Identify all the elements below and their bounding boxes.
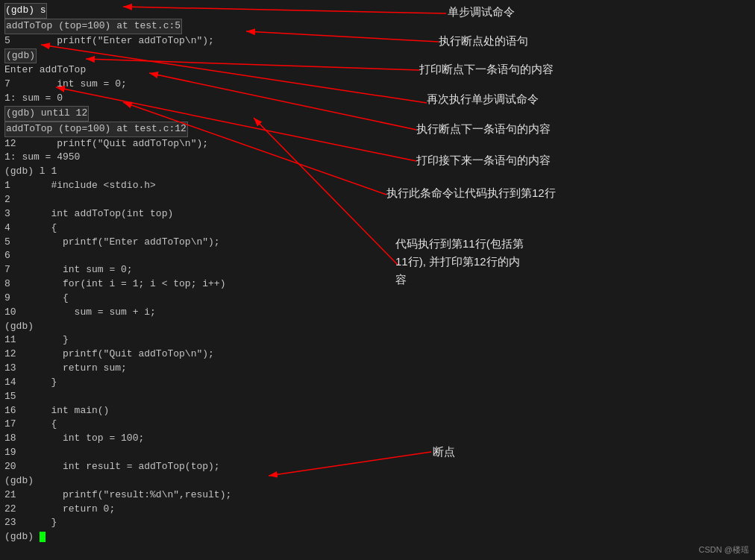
code-14: 14 } bbox=[4, 376, 376, 390]
terminal-line-9: addToTop (top=100) at test.c:12 bbox=[4, 122, 188, 137]
gdb-final: (gdb) bbox=[4, 530, 376, 544]
code-3: 3 int addToTop(int top) bbox=[4, 207, 376, 221]
code-15: 15 bbox=[4, 390, 376, 404]
terminal-line-6: 7 int sum = 0; bbox=[4, 78, 376, 92]
code-10: 10 sum = sum + i; bbox=[4, 306, 376, 320]
code-11: 11 } bbox=[4, 333, 376, 347]
code-7: 7 int sum = 0; bbox=[4, 263, 376, 277]
terminal-line-12: (gdb) l 1 bbox=[4, 165, 376, 179]
code-8: 8 for(int i = 1; i < top; i++) bbox=[4, 277, 376, 292]
terminal-line-11: 1: sum = 4950 bbox=[4, 151, 376, 165]
code-4: 4 { bbox=[4, 221, 376, 236]
code-23: 23 } bbox=[4, 516, 376, 530]
terminal-panel: (gdb) s addToTop (top=100) at test.c:5 5… bbox=[0, 0, 380, 560]
gdb-20: (gdb) bbox=[4, 474, 376, 488]
code-1: 1 #include <stdio.h> bbox=[4, 179, 376, 193]
gdb-cmd-s: (gdb) s bbox=[4, 3, 47, 19]
terminal-line-10: 12 printf("Quit addToTop\n"); bbox=[4, 137, 376, 151]
main-container: (gdb) s addToTop (top=100) at test.c:5 5… bbox=[0, 0, 755, 560]
code-2: 2 bbox=[4, 193, 376, 207]
terminal-line-2: addToTop (top=100) at test.c:5 bbox=[4, 19, 182, 34]
terminal-line-8: (gdb) until 12 bbox=[4, 106, 89, 122]
code-13: 13 return sum; bbox=[4, 362, 376, 376]
terminal-line-1: (gdb) s bbox=[4, 3, 376, 19]
terminal-line-5: Enter addToTop bbox=[4, 63, 376, 78]
terminal-line-4: (gdb) bbox=[4, 48, 37, 64]
code-5: 5 printf("Enter addToTop\n"); bbox=[4, 236, 376, 250]
code-20: 20 int result = addToTop(top); bbox=[4, 460, 376, 474]
code-6: 6 bbox=[4, 249, 376, 263]
cursor bbox=[40, 532, 46, 542]
code-19: 19 bbox=[4, 446, 376, 460]
gdb-mid: (gdb) bbox=[4, 320, 376, 334]
annotation-panel bbox=[380, 0, 755, 560]
code-22: 22 return 0; bbox=[4, 503, 376, 517]
code-18: 18 int top = 100; bbox=[4, 432, 376, 446]
terminal-line-3: 5 printf("Enter addToTop\n"); bbox=[4, 34, 376, 48]
watermark: CSDN @楼瑶 bbox=[699, 544, 749, 556]
code-21: 21 printf("result:%d\n",result); bbox=[4, 488, 376, 503]
code-12: 12 printf("Quit addToTop\n"); bbox=[4, 347, 376, 362]
code-17: 17 { bbox=[4, 418, 376, 432]
code-16: 16 int main() bbox=[4, 404, 376, 418]
code-9: 9 { bbox=[4, 292, 376, 306]
terminal-line-7: 1: sum = 0 bbox=[4, 92, 376, 106]
